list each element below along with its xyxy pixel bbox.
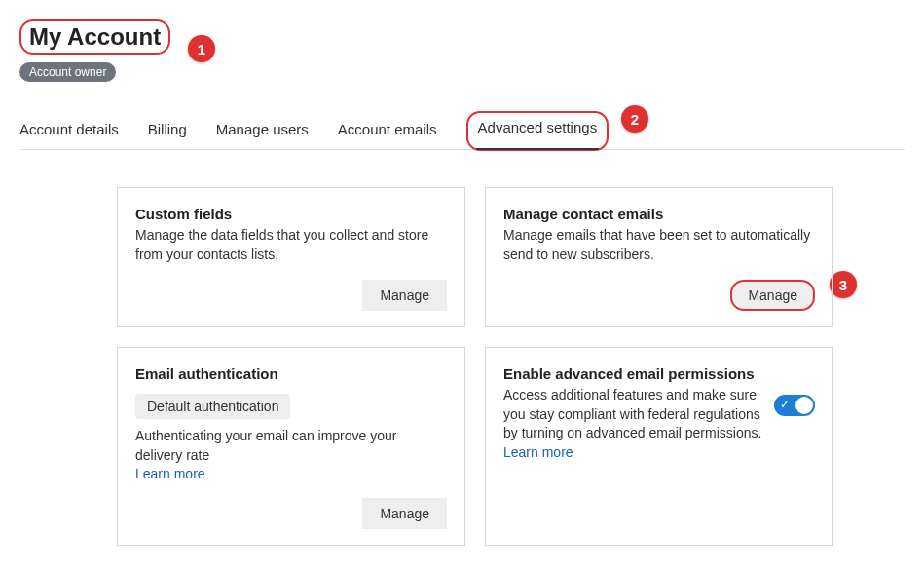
card-title: Email authentication <box>135 365 447 382</box>
annotation-3: 3 <box>830 271 857 298</box>
card-contact-emails: Manage contact emails Manage emails that… <box>485 187 833 327</box>
owner-badge: Account owner <box>19 62 116 82</box>
page-title: My Account <box>19 19 170 55</box>
cards-container: Custom fields Manage the data fields tha… <box>19 187 905 546</box>
card-custom-fields: Custom fields Manage the data fields tha… <box>117 187 465 327</box>
card-advanced-permissions: Enable advanced email permissions Access… <box>485 347 833 546</box>
tab-advanced-settings[interactable]: Advanced settings <box>466 111 610 151</box>
learn-more-link[interactable]: Learn more <box>503 444 573 460</box>
learn-more-link[interactable]: Learn more <box>135 466 205 481</box>
card-title: Enable advanced email permissions <box>503 365 762 382</box>
tab-billing[interactable]: Billing <box>148 111 187 149</box>
page-header: My Account 1 Account owner 2 3 <box>19 19 905 82</box>
toggle-knob <box>795 397 813 414</box>
card-desc: Access additional features and make sure… <box>503 386 762 443</box>
card-title: Custom fields <box>135 206 447 222</box>
manage-custom-fields-button[interactable]: Manage <box>362 280 447 311</box>
card-email-authentication: Email authentication Default authenticat… <box>117 347 465 546</box>
checkmark-icon: ✓ <box>780 398 790 411</box>
tab-account-emails[interactable]: Account emails <box>338 111 437 149</box>
card-desc: Authenticating your email can improve yo… <box>135 427 447 465</box>
tab-bar: Account details Billing Manage users Acc… <box>19 111 905 150</box>
tab-account-details[interactable]: Account details <box>19 111 119 149</box>
auth-status-pill: Default authentication <box>135 394 290 419</box>
card-desc: Manage emails that have been set to auto… <box>503 226 815 264</box>
card-title: Manage contact emails <box>503 206 815 222</box>
annotation-1: 1 <box>188 35 215 62</box>
advanced-permissions-toggle[interactable]: ✓ <box>774 395 815 416</box>
manage-contact-emails-button[interactable]: Manage <box>730 280 815 311</box>
card-desc: Manage the data fields that you collect … <box>135 226 447 264</box>
tab-manage-users[interactable]: Manage users <box>216 111 309 149</box>
manage-email-auth-button[interactable]: Manage <box>362 498 447 529</box>
